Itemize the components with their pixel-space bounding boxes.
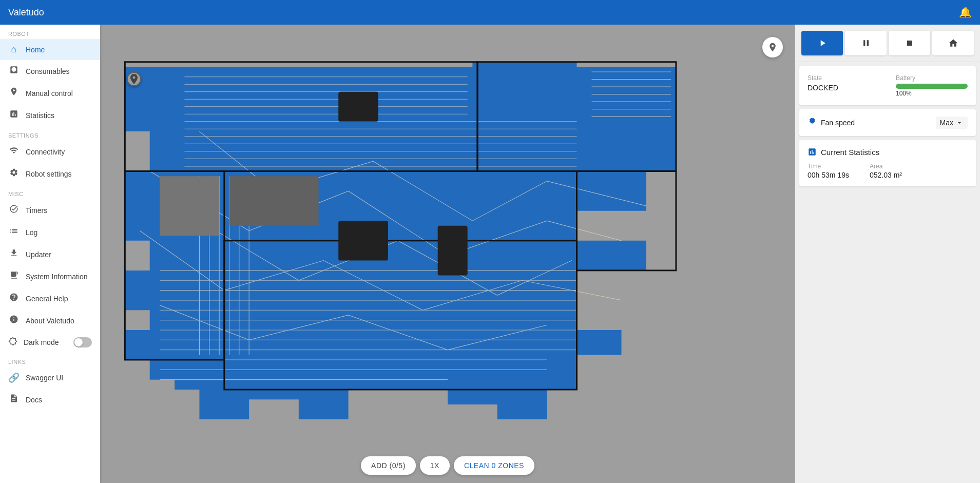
svg-rect-47 — [438, 226, 468, 276]
system-info-icon — [8, 271, 20, 282]
log-icon — [8, 226, 20, 238]
main-layout: Robot ⌂ Home Consumables Manual control … — [0, 25, 980, 483]
dark-mode-label: Dark mode — [24, 338, 59, 346]
sidebar-item-updater[interactable]: Updater — [0, 243, 100, 265]
updater-icon — [8, 248, 20, 260]
sidebar-section-robot: Robot — [0, 25, 100, 39]
battery-section: Battery 100% — [896, 74, 968, 97]
control-buttons — [795, 25, 980, 62]
dark-mode-row: Dark mode — [0, 332, 100, 353]
sidebar-item-log[interactable]: Log — [0, 221, 100, 243]
timers-icon — [8, 204, 20, 216]
docs-icon — [8, 394, 20, 405]
sidebar-section-links: Links — [0, 353, 100, 367]
fan-speed-panel: Fan speed Max — [799, 109, 976, 136]
area-stat: Area 052.03 m² — [870, 163, 902, 179]
statistics-icon — [8, 109, 20, 121]
current-stats-panel: Current Statistics Time 00h 53m 19s Area… — [799, 140, 976, 186]
svg-rect-49 — [229, 176, 318, 226]
current-stats-label: Current Statistics — [821, 148, 879, 157]
multiplier-button[interactable]: 1x — [420, 456, 450, 475]
fan-speed-select[interactable]: Max — [936, 117, 968, 129]
sidebar-item-docs[interactable]: Docs — [0, 389, 100, 411]
map-canvas[interactable]: ADD (0/5) 1x CLEAN 0 ZONES — [100, 25, 795, 483]
robot-settings-icon — [8, 168, 20, 180]
state-label: State — [808, 74, 838, 82]
state-battery-panel: State DOCKED Battery 100% — [799, 66, 976, 105]
toggle-knob — [74, 338, 83, 346]
map-area: ADD (0/5) 1x CLEAN 0 ZONES — [100, 25, 795, 483]
stats-row: Time 00h 53m 19s Area 052.03 m² — [808, 163, 968, 179]
sidebar-item-label: Swagger UI — [26, 374, 63, 382]
consumables-icon — [8, 65, 20, 77]
right-panel: State DOCKED Battery 100% Fan speed — [795, 25, 980, 483]
sidebar-item-label: General Help — [26, 295, 68, 303]
fan-speed-label: Fan speed — [821, 119, 855, 127]
sidebar-item-statistics[interactable]: Statistics — [0, 104, 100, 126]
pause-button[interactable] — [845, 31, 887, 55]
state-value: DOCKED — [808, 84, 838, 92]
stop-button[interactable] — [889, 31, 930, 55]
chevron-down-icon — [955, 119, 964, 127]
dark-mode-toggle[interactable] — [73, 337, 92, 347]
top-bar: Valetudo 🔔 — [0, 0, 980, 25]
sidebar-item-robot-settings[interactable]: Robot settings — [0, 163, 100, 185]
area-value: 052.03 m² — [870, 171, 902, 179]
sidebar-item-connectivity[interactable]: Connectivity — [0, 141, 100, 163]
clean-zones-button[interactable]: CLEAN 0 ZONES — [454, 456, 534, 475]
home-button[interactable] — [932, 31, 974, 55]
sidebar-item-label: Manual control — [26, 89, 73, 98]
sidebar-item-home[interactable]: ⌂ Home — [0, 39, 100, 60]
location-pin-button[interactable] — [762, 37, 783, 57]
dark-mode-icon — [8, 337, 17, 347]
sidebar-item-label: About Valetudo — [26, 317, 74, 325]
manual-control-icon — [8, 87, 20, 99]
sidebar-section-misc: Misc — [0, 185, 100, 199]
home-icon: ⌂ — [8, 44, 20, 55]
battery-bar-container — [896, 84, 968, 89]
battery-bar — [896, 84, 968, 89]
map-svg — [100, 25, 795, 483]
sidebar-item-general-help[interactable]: General Help — [0, 287, 100, 310]
fan-speed-value: Max — [940, 119, 953, 127]
add-zones-button[interactable]: ADD (0/5) — [361, 456, 416, 475]
state-section: State DOCKED — [808, 74, 838, 92]
sidebar-item-label: Log — [26, 228, 37, 237]
about-icon — [8, 315, 20, 326]
sidebar-item-label: Connectivity — [26, 148, 65, 156]
sidebar-item-label: Consumables — [26, 67, 70, 75]
sidebar-item-label: Robot settings — [26, 170, 72, 178]
sidebar-item-label: Updater — [26, 250, 51, 259]
battery-percent: 100% — [896, 90, 968, 97]
connectivity-icon — [8, 146, 20, 158]
sidebar-item-consumables[interactable]: Consumables — [0, 60, 100, 82]
sidebar-item-label: Home — [26, 46, 45, 54]
sidebar-item-label: System Information — [26, 273, 88, 281]
svg-rect-45 — [338, 92, 378, 122]
svg-rect-46 — [338, 221, 388, 260]
fan-label: Fan speed — [808, 118, 855, 127]
sidebar-item-label: Statistics — [26, 111, 54, 120]
app-title: Valetudo — [8, 7, 44, 18]
time-value: 00h 53m 19s — [808, 171, 849, 179]
sidebar-item-timers[interactable]: Timers — [0, 199, 100, 221]
sidebar-section-settings: Settings — [0, 126, 100, 141]
svg-rect-48 — [160, 176, 219, 236]
current-stats-title: Current Statistics — [808, 147, 968, 157]
sidebar-item-manual-control[interactable]: Manual control — [0, 82, 100, 104]
stats-icon — [808, 147, 817, 157]
sidebar-item-label: Timers — [26, 206, 47, 215]
sidebar-item-about[interactable]: About Valetudo — [0, 310, 100, 332]
general-help-icon — [8, 293, 20, 304]
time-label: Time — [808, 163, 849, 170]
sidebar-item-swagger[interactable]: 🔗 Swagger UI — [0, 367, 100, 389]
bottom-bar: ADD (0/5) 1x CLEAN 0 ZONES — [361, 456, 534, 475]
sidebar: Robot ⌂ Home Consumables Manual control … — [0, 25, 100, 483]
play-button[interactable] — [801, 31, 843, 55]
sidebar-item-system-info[interactable]: System Information — [0, 265, 100, 287]
area-label: Area — [870, 163, 902, 170]
sidebar-item-label: Docs — [26, 396, 42, 404]
fan-icon — [808, 118, 817, 127]
battery-label: Battery — [896, 74, 968, 82]
notification-bell-icon[interactable]: 🔔 — [959, 6, 972, 18]
